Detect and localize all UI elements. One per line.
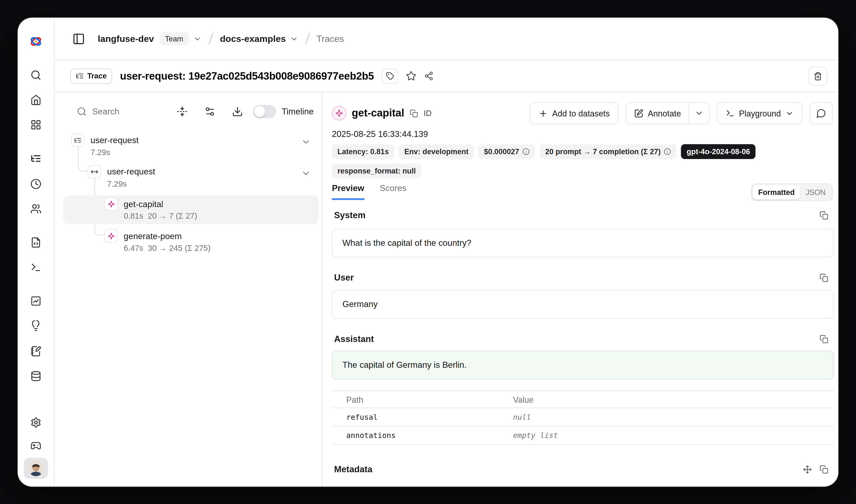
response-format-badge: response_format: null — [332, 163, 421, 178]
tree-item-label[interactable]: user-request — [91, 135, 139, 146]
breadcrumb: langfuse-dev Team docs-examples Traces — [55, 18, 839, 60]
search-icon — [77, 107, 87, 116]
format-formatted[interactable]: Formatted — [753, 185, 800, 199]
copy-icon[interactable] — [820, 465, 828, 474]
org-chevron-down-icon[interactable] — [193, 35, 201, 43]
annotate-dropdown-chevron[interactable] — [689, 103, 709, 124]
playground-button[interactable]: Playground — [717, 102, 802, 124]
expand-icon[interactable] — [803, 465, 812, 474]
sidebar-toggle-icon[interactable] — [72, 32, 85, 45]
playground-terminal-icon[interactable] — [30, 262, 41, 273]
section-header-system: System — [334, 210, 828, 221]
copy-icon[interactable] — [820, 335, 828, 343]
langfuse-logo[interactable] — [29, 34, 43, 49]
desktop-background: langfuse-dev Team docs-examples Traces T… — [0, 0, 856, 504]
cell-value: empty list — [513, 431, 558, 439]
annotation-notebook-icon[interactable] — [30, 346, 41, 357]
section-header-assistant: Assistant — [334, 334, 828, 345]
cost-badge[interactable]: $0.000027 — [478, 144, 535, 159]
collapse-all-icon[interactable] — [177, 106, 188, 117]
column-header-path: Path — [332, 395, 513, 404]
tree-item-label[interactable]: generate-poem — [124, 231, 182, 242]
detail-header: get-capital ID Add to datasets — [332, 102, 833, 124]
avatar[interactable] — [24, 458, 48, 479]
cell-path: refusal — [332, 413, 513, 421]
copy-icon[interactable] — [820, 273, 828, 282]
traces-icon[interactable] — [30, 153, 41, 164]
section-title: User — [334, 273, 354, 283]
settings-gear-icon[interactable] — [30, 417, 41, 428]
download-icon[interactable] — [232, 106, 243, 117]
org-plan-badge: Team — [159, 32, 189, 45]
datasets-database-icon[interactable] — [30, 371, 41, 382]
prompts-file-icon[interactable] — [30, 237, 41, 248]
dashboard-grid-icon[interactable] — [30, 119, 41, 130]
project-chevron-down-icon[interactable] — [290, 35, 298, 43]
cell-path: annotations — [332, 431, 513, 439]
generation-node-icon — [105, 197, 118, 211]
tree-item-stats: 6.47s 30 → 245 (Σ 275) — [124, 243, 211, 254]
support-gamepad-icon[interactable] — [30, 440, 41, 451]
badge-row: Latency: 0.81s Env: development $0.00002… — [332, 144, 755, 159]
tab-preview[interactable]: Preview — [332, 183, 364, 200]
chevron-down-icon[interactable] — [301, 168, 311, 178]
trace-type-label: Trace — [87, 72, 107, 80]
main-column: langfuse-dev Team docs-examples Traces T… — [55, 18, 839, 487]
info-icon — [664, 148, 671, 155]
toggle-knob — [254, 106, 265, 117]
format-json[interactable]: JSON — [800, 188, 831, 196]
table-row: refusal null — [332, 408, 834, 427]
evaluation-chart-icon[interactable] — [30, 295, 41, 307]
home-icon[interactable] — [30, 94, 41, 105]
tree-connector — [78, 146, 88, 171]
nav-rail — [18, 18, 55, 487]
model-badge[interactable]: gpt-4o-2024-08-06 — [681, 144, 756, 159]
tree-toolbar: Timeline — [55, 101, 322, 123]
tree-item-duration: 7.29s — [107, 179, 127, 190]
output-table: Path Value refusal null annotations empt… — [332, 391, 834, 445]
annotate-button[interactable]: Annotate — [626, 103, 689, 124]
trace-type-badge: Trace — [70, 68, 112, 84]
search-input[interactable] — [92, 107, 160, 116]
tab-scores[interactable]: Scores — [380, 183, 406, 200]
users-icon[interactable] — [30, 203, 41, 214]
tag-icon[interactable] — [382, 68, 398, 84]
id-label[interactable]: ID — [424, 109, 432, 118]
chevron-down-icon[interactable] — [301, 137, 311, 147]
tree-item-label[interactable]: user-request — [107, 166, 155, 177]
metadata-section: Metadata — [334, 464, 828, 474]
copy-icon[interactable] — [820, 211, 828, 220]
share-icon[interactable] — [424, 71, 433, 81]
lightbulb-icon[interactable] — [30, 320, 41, 331]
add-to-datasets-button[interactable]: Add to datasets — [530, 102, 619, 124]
annotate-split-button: Annotate — [626, 102, 710, 124]
tree-settings-icon[interactable] — [204, 106, 215, 117]
sessions-clock-icon[interactable] — [30, 178, 41, 190]
tree-item-label[interactable]: get-capital — [124, 199, 163, 210]
observation-title: get-capital — [352, 107, 404, 120]
tabs-row: Preview Scores Formatted JSON — [332, 183, 833, 201]
org-name[interactable]: langfuse-dev — [98, 33, 154, 44]
content-area: Timeline user-request 7.29s user-request — [55, 92, 839, 487]
env-badge: Env: development — [399, 144, 474, 159]
generation-icon — [332, 106, 346, 120]
chevron-down-icon — [785, 109, 793, 118]
timeline-toggle[interactable] — [253, 105, 276, 118]
trace-header: Trace user-request: 19e27ac025d543b008e9… — [55, 60, 839, 92]
tokens-badge[interactable]: 20 prompt → 7 completion (Σ 27) — [540, 144, 677, 159]
section-title: System — [334, 210, 365, 220]
table-header: Path Value — [332, 391, 834, 408]
section-name[interactable]: Traces — [316, 33, 344, 44]
info-icon — [522, 148, 530, 155]
star-icon[interactable] — [406, 71, 416, 81]
comment-button[interactable] — [809, 102, 833, 124]
copy-id-icon[interactable] — [410, 109, 418, 118]
observation-timestamp: 2025-08-25 16:33:44.139 — [332, 129, 428, 139]
table-row: annotations empty list — [332, 427, 834, 445]
project-name[interactable]: docs-examples — [220, 33, 286, 44]
delete-trace-button[interactable] — [808, 67, 827, 85]
search-icon[interactable] — [30, 70, 41, 80]
span-node-icon — [88, 165, 101, 179]
assistant-message-box: The capital of Germany is Berlin. — [332, 351, 834, 379]
trace-tree-panel: Timeline user-request 7.29s user-request — [55, 92, 323, 487]
